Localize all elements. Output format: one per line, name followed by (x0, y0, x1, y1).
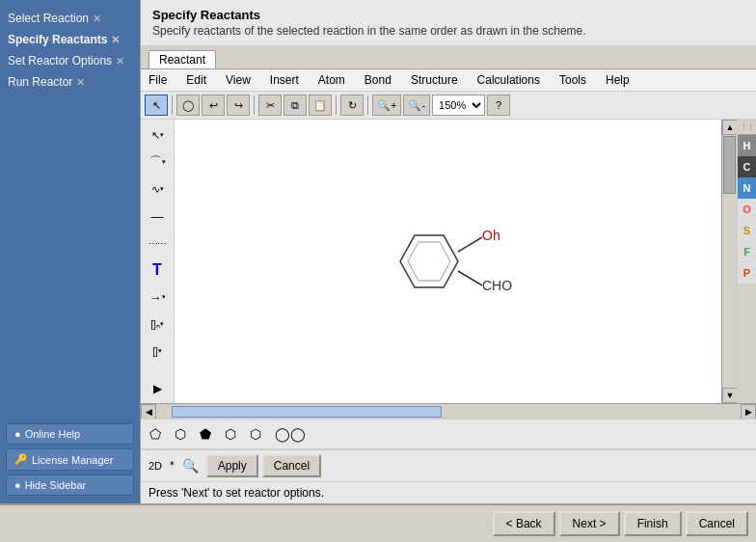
arrow-tool[interactable]: →▾ (144, 285, 171, 309)
redo-button[interactable]: ↪ (227, 95, 250, 116)
dashed-tool[interactable]: ⋯⋯ (144, 231, 171, 255)
menu-bond[interactable]: Bond (361, 71, 395, 89)
license-manager-button[interactable]: 🔑 License Manager (6, 448, 134, 471)
sidebar-item-label: Specify Reactants (8, 33, 107, 46)
menu-edit[interactable]: Edit (182, 71, 210, 89)
vertical-scrollbar[interactable]: ▲ ▼ (721, 120, 737, 403)
fused-ring-tool[interactable]: ◯◯ (270, 423, 310, 445)
svg-text:Oh: Oh (482, 228, 500, 243)
element-N[interactable]: N (738, 177, 757, 199)
element-C[interactable]: C (738, 156, 757, 177)
scroll-thumb[interactable] (723, 136, 736, 194)
element-H[interactable]: H (738, 135, 757, 156)
sidebar: Select Reaction ✕ Specify Reactants ✕ Se… (0, 0, 140, 503)
next-button[interactable]: Next > (559, 511, 620, 536)
horizontal-scrollbar[interactable]: ◀ ▶ (141, 403, 756, 419)
close-icon: ✕ (111, 34, 120, 46)
main-container: Select Reaction ✕ Specify Reactants ✕ Se… (0, 0, 756, 542)
menu-atom[interactable]: Atom (314, 71, 349, 89)
sidebar-bottom: ● Online Help 🔑 License Manager ● Hide S… (6, 423, 134, 496)
hide-sidebar-button[interactable]: ● Hide Sidebar (6, 474, 134, 496)
wizard-footer: < Back Next > Finish Cancel (0, 503, 756, 542)
sidebar-item-specify-reactants[interactable]: Specify Reactants ✕ (6, 29, 134, 50)
toolbar-separator (172, 95, 173, 115)
line-tool[interactable]: — (144, 204, 171, 228)
tab-reactant[interactable]: Reactant (148, 50, 216, 68)
sidebar-item-label: Select Reaction (8, 12, 89, 25)
toolbar-separator-4 (367, 95, 368, 115)
menu-file[interactable]: File (145, 71, 171, 89)
svg-marker-0 (400, 235, 458, 287)
content-area: Specify Reactants Specify reactants of t… (140, 0, 756, 503)
copy-button[interactable]: ⧉ (284, 95, 307, 116)
toolbar-separator-3 (336, 95, 337, 115)
pencil-tool-button[interactable]: ◯ (176, 95, 200, 116)
undo-button[interactable]: ↩ (202, 95, 225, 116)
box-tool[interactable]: []▾ (144, 339, 171, 363)
help-icon: ● (14, 428, 21, 440)
dimension-label: 2D (148, 460, 162, 472)
search-icon: 🔍 (182, 458, 199, 474)
svg-line-4 (458, 271, 482, 285)
content-header: Specify Reactants Specify reactants of t… (141, 0, 756, 46)
shape-tools-bar: ⬠ ⬡ ⬟ ⬡ ⬡ ◯◯ (141, 419, 756, 449)
menu-insert[interactable]: Insert (266, 71, 303, 89)
scroll-up-arrow[interactable]: ▲ (722, 120, 738, 135)
element-S[interactable]: S (738, 220, 757, 241)
online-help-button[interactable]: ● Online Help (6, 423, 134, 445)
scroll-track (722, 135, 737, 388)
key-icon: 🔑 (14, 453, 28, 466)
element-P[interactable]: P (738, 262, 757, 284)
menu-calculations[interactable]: Calculations (473, 71, 544, 89)
menu-structure[interactable]: Structure (407, 71, 462, 89)
bracket-tool[interactable]: []ₙ▾ (144, 312, 171, 336)
sidebar-item-select-reaction[interactable]: Select Reaction ✕ (6, 8, 134, 29)
hexagon-tool[interactable]: ⬡ (170, 423, 191, 445)
sidebar-item-run-reactor[interactable]: Run Reactor ✕ (6, 71, 134, 93)
paste-button[interactable]: 📋 (309, 95, 332, 116)
zoom-select[interactable]: 150% 50% 75% 100% 125% 200% (432, 95, 485, 116)
canvas-wrapper: Oh CHO ▲ ▼ (175, 120, 756, 403)
status-message: Press 'Next' to set reactor options. (148, 486, 324, 500)
hscroll-thumb[interactable] (172, 406, 442, 418)
element-O[interactable]: O (738, 199, 757, 220)
ring6-tool[interactable]: ⬡ (220, 423, 241, 445)
help-button[interactable]: ? (487, 95, 510, 116)
left-tool-panel: ↖▾ ⌒▾ ∿▾ — ⋯⋯ T →▾ []ₙ▾ []▾ ▶ (141, 120, 175, 403)
cancel-button[interactable]: Cancel (262, 454, 321, 477)
chain-tool[interactable]: ∿▾ (144, 177, 171, 201)
menu-help[interactable]: Help (602, 71, 634, 89)
cut-button[interactable]: ✂ (258, 95, 282, 116)
apply-button[interactable]: Apply (206, 454, 258, 477)
ring5-tool[interactable]: ⬟ (195, 423, 216, 445)
scroll-left-arrow[interactable]: ◀ (141, 404, 156, 420)
close-icon: ✕ (116, 55, 124, 68)
rotate-button[interactable]: ↻ (340, 95, 364, 116)
bond-draw-tool[interactable]: ⌒▾ (144, 150, 171, 174)
zoom-out-button[interactable]: 🔍- (403, 95, 430, 116)
finish-button[interactable]: Finish (624, 511, 682, 536)
wizard-cancel-button[interactable]: Cancel (686, 511, 748, 536)
toolbar-separator-2 (254, 95, 255, 115)
menu-tools[interactable]: Tools (555, 71, 590, 89)
canvas-area[interactable]: Oh CHO (175, 120, 721, 403)
bottom-action-bar: 2D * 🔍 Apply Cancel (141, 449, 756, 481)
menu-bar: File Edit View Insert Atom Bond Structur… (141, 69, 756, 92)
select-arrow-tool[interactable]: ↖▾ (144, 123, 171, 147)
zoom-in-button[interactable]: 🔍+ (372, 95, 401, 116)
element-F[interactable]: F (738, 241, 757, 262)
drawing-section: ↖▾ ⌒▾ ∿▾ — ⋯⋯ T →▾ []ₙ▾ []▾ ▶ (141, 120, 756, 403)
tab-bar: Reactant (141, 46, 756, 69)
sidebar-item-label: Set Reactor Options (8, 54, 112, 68)
svg-line-2 (458, 237, 482, 252)
cyclo-tool[interactable]: ⬡ (245, 423, 266, 445)
pentagon-tool[interactable]: ⬠ (145, 423, 166, 445)
back-button[interactable]: < Back (493, 511, 555, 536)
scroll-down-arrow[interactable]: ▼ (722, 388, 738, 403)
menu-view[interactable]: View (222, 71, 255, 89)
text-tool[interactable]: T (144, 258, 171, 282)
select-tool-button[interactable]: ↖ (145, 95, 168, 116)
scroll-right-arrow[interactable]: ▶ (741, 404, 756, 420)
sidebar-item-set-reactor-options[interactable]: Set Reactor Options ✕ (6, 50, 134, 71)
bottom-arrow[interactable]: ▶ (153, 382, 162, 399)
